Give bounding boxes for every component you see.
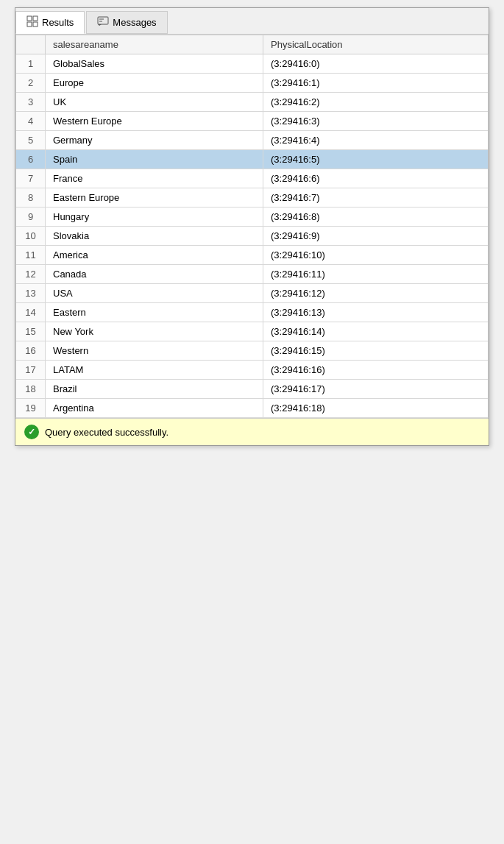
cell-salesareaname: Spain xyxy=(46,150,263,169)
cell-physicallocation: (3:29416:15) xyxy=(263,341,489,361)
cell-salesareaname: Eastern Europe xyxy=(46,188,263,208)
cell-physicallocation: (3:29416:1) xyxy=(263,74,489,93)
results-table: salesareaname PhysicalLocation 1GlobalSa… xyxy=(15,35,489,418)
table-row[interactable]: 15New York(3:29416:14) xyxy=(16,322,489,341)
cell-salesareaname: UK xyxy=(46,93,263,112)
cell-salesareaname: Western xyxy=(46,341,263,361)
cell-salesareaname: GlobalSales xyxy=(46,54,263,74)
table-row[interactable]: 9Hungary(3:29416:8) xyxy=(16,208,489,227)
cell-rownum: 6 xyxy=(16,150,46,169)
cell-salesareaname: America xyxy=(46,246,263,265)
cell-salesareaname: USA xyxy=(46,284,263,303)
table-row[interactable]: 5Germany(3:29416:4) xyxy=(16,131,489,150)
cell-rownum: 14 xyxy=(16,303,46,322)
table-row[interactable]: 7France(3:29416:6) xyxy=(16,169,489,188)
cell-salesareaname: New York xyxy=(46,322,263,341)
cell-rownum: 11 xyxy=(16,246,46,265)
cell-physicallocation: (3:29416:7) xyxy=(263,188,489,208)
cell-rownum: 9 xyxy=(16,208,46,227)
cell-physicallocation: (3:29416:11) xyxy=(263,265,489,284)
cell-rownum: 16 xyxy=(16,341,46,361)
cell-salesareaname: Canada xyxy=(46,265,263,284)
table-row[interactable]: 12Canada(3:29416:11) xyxy=(16,265,489,284)
cell-salesareaname: LATAM xyxy=(46,361,263,380)
cell-physicallocation: (3:29416:10) xyxy=(263,246,489,265)
cell-rownum: 4 xyxy=(16,112,46,131)
cell-rownum: 19 xyxy=(16,399,46,418)
table-row[interactable]: 17LATAM(3:29416:16) xyxy=(16,361,489,380)
cell-physicallocation: (3:29416:13) xyxy=(263,303,489,322)
cell-rownum: 17 xyxy=(16,361,46,380)
svg-marker-7 xyxy=(98,24,102,26)
cell-physicallocation: (3:29416:3) xyxy=(263,112,489,131)
table-row[interactable]: 11America(3:29416:10) xyxy=(16,246,489,265)
cell-salesareaname: Brazil xyxy=(46,380,263,399)
table-row[interactable]: 6Spain(3:29416:5) xyxy=(16,150,489,169)
success-icon: ✓ xyxy=(24,425,39,439)
cell-rownum: 15 xyxy=(16,322,46,341)
col-header-rownum xyxy=(16,35,46,54)
cell-physicallocation: (3:29416:6) xyxy=(263,169,489,188)
svg-rect-4 xyxy=(98,17,108,24)
cell-salesareaname: Argentina xyxy=(46,399,263,418)
cell-physicallocation: (3:29416:9) xyxy=(263,227,489,246)
cell-salesareaname: Europe xyxy=(46,74,263,93)
cell-rownum: 5 xyxy=(16,131,46,150)
svg-rect-2 xyxy=(27,22,32,26)
table-row[interactable]: 8Eastern Europe(3:29416:7) xyxy=(16,188,489,208)
status-bar: ✓ Query executed successfully. xyxy=(15,418,489,445)
table-row[interactable]: 4Western Europe(3:29416:3) xyxy=(16,112,489,131)
cell-physicallocation: (3:29416:18) xyxy=(263,399,489,418)
tab-bar: Results Messages xyxy=(15,8,489,35)
cell-rownum: 18 xyxy=(16,380,46,399)
tab-messages[interactable]: Messages xyxy=(86,11,167,34)
table-row[interactable]: 1GlobalSales(3:29416:0) xyxy=(16,54,489,74)
col-header-physicallocation: PhysicalLocation xyxy=(263,35,489,54)
cell-rownum: 3 xyxy=(16,93,46,112)
tab-results[interactable]: Results xyxy=(15,11,85,34)
cell-physicallocation: (3:29416:2) xyxy=(263,93,489,112)
table-row[interactable]: 19Argentina(3:29416:18) xyxy=(16,399,489,418)
cell-rownum: 10 xyxy=(16,227,46,246)
grid-icon xyxy=(26,15,38,29)
cell-physicallocation: (3:29416:0) xyxy=(263,54,489,74)
table-row[interactable]: 2Europe(3:29416:1) xyxy=(16,74,489,93)
table-row[interactable]: 13USA(3:29416:12) xyxy=(16,284,489,303)
messages-icon xyxy=(97,15,109,29)
cell-salesareaname: Germany xyxy=(46,131,263,150)
cell-physicallocation: (3:29416:8) xyxy=(263,208,489,227)
cell-salesareaname: France xyxy=(46,169,263,188)
cell-physicallocation: (3:29416:5) xyxy=(263,150,489,169)
results-table-container: salesareaname PhysicalLocation 1GlobalSa… xyxy=(15,35,489,418)
tab-results-label: Results xyxy=(42,17,74,28)
cell-rownum: 13 xyxy=(16,284,46,303)
table-row[interactable]: 10Slovakia(3:29416:9) xyxy=(16,227,489,246)
cell-rownum: 1 xyxy=(16,54,46,74)
cell-rownum: 12 xyxy=(16,265,46,284)
cell-salesareaname: Hungary xyxy=(46,208,263,227)
table-row[interactable]: 3UK(3:29416:2) xyxy=(16,93,489,112)
cell-rownum: 2 xyxy=(16,74,46,93)
main-window: Results Messages salesareaname PhysicalL… xyxy=(15,7,489,446)
cell-physicallocation: (3:29416:14) xyxy=(263,322,489,341)
svg-rect-3 xyxy=(33,22,38,26)
table-row[interactable]: 16Western(3:29416:15) xyxy=(16,341,489,361)
status-message: Query executed successfully. xyxy=(45,427,168,438)
cell-physicallocation: (3:29416:12) xyxy=(263,284,489,303)
svg-rect-1 xyxy=(33,16,38,21)
cell-rownum: 7 xyxy=(16,169,46,188)
cell-salesareaname: Eastern xyxy=(46,303,263,322)
tab-messages-label: Messages xyxy=(113,17,156,28)
table-header-row: salesareaname PhysicalLocation xyxy=(16,35,489,54)
cell-rownum: 8 xyxy=(16,188,46,208)
cell-physicallocation: (3:29416:4) xyxy=(263,131,489,150)
table-row[interactable]: 14Eastern(3:29416:13) xyxy=(16,303,489,322)
col-header-salesareaname: salesareaname xyxy=(46,35,263,54)
cell-salesareaname: Slovakia xyxy=(46,227,263,246)
cell-salesareaname: Western Europe xyxy=(46,112,263,131)
cell-physicallocation: (3:29416:17) xyxy=(263,380,489,399)
cell-physicallocation: (3:29416:16) xyxy=(263,361,489,380)
svg-rect-0 xyxy=(27,16,32,21)
table-row[interactable]: 18Brazil(3:29416:17) xyxy=(16,380,489,399)
